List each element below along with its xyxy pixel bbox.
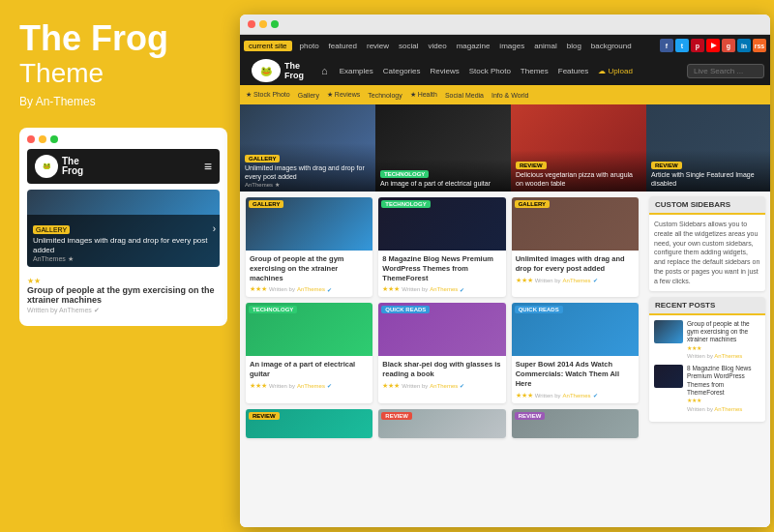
recent-author-2[interactable]: AnThemes — [714, 406, 742, 412]
article-author-4[interactable]: AnThemes — [297, 383, 325, 389]
top-nav-bar: current site photo featured review socia… — [240, 35, 770, 56]
topnav-photo[interactable]: photo — [298, 42, 321, 50]
recent-title-1: Group of people at the gym exercising on… — [687, 320, 760, 344]
nav-examples[interactable]: Examples — [340, 67, 373, 75]
topnav-animal[interactable]: animal — [532, 42, 559, 50]
site-logo[interactable]: 🐸 TheFrog — [246, 59, 310, 82]
social-pinterest-icon[interactable]: p — [691, 39, 704, 52]
article-badge-5: QUICK READS — [381, 306, 430, 313]
browser-dot-close[interactable] — [248, 20, 255, 28]
nav-categories[interactable]: Categories — [383, 67, 421, 75]
article-badge-3: GALLERY — [515, 200, 550, 208]
slide-3-caption: Delicious vegetarian pizza with arugula … — [516, 171, 641, 188]
article-body-1: Group of people at the gym exercising on… — [246, 251, 372, 297]
custom-sidebars-header: CUSTOM SIDEBARS — [649, 196, 765, 215]
slide-3-badge: REVIEW — [516, 162, 547, 169]
article-verified-4: ✔ — [327, 382, 332, 389]
hamburger-icon[interactable]: ≡ — [204, 159, 212, 174]
recent-thumb-1 — [654, 320, 683, 343]
social-rss-icon[interactable]: rss — [753, 39, 766, 52]
nav-upload[interactable]: ☁ Upload — [598, 67, 633, 75]
topnav-current-site[interactable]: current site — [244, 41, 292, 51]
article-author-1[interactable]: AnThemes — [297, 286, 325, 292]
article-author-2[interactable]: AnThemes — [430, 286, 458, 292]
slide-2-caption: An image of a part of electrical guitar — [380, 180, 506, 188]
nav-themes[interactable]: Themes — [521, 67, 549, 75]
secnav-health[interactable]: ★ Health — [410, 91, 437, 99]
slide-4: REVIEW Article with Single Featured Imag… — [646, 104, 770, 192]
social-icons: f t p ▶ g in rss — [660, 39, 766, 52]
article-badge-6: QUICK READS — [515, 306, 563, 313]
nav-features[interactable]: Features — [558, 67, 589, 75]
article-body-6: Super Bowl 2014 Ads Watch Commercials: W… — [512, 356, 639, 402]
topnav-review[interactable]: review — [365, 42, 391, 50]
article-body-3: Unlimited images with drag and drop for … — [512, 251, 639, 288]
secnav-technology[interactable]: Technology — [368, 92, 402, 99]
site-title: The Frog — [19, 19, 213, 58]
browser-dot-minimize[interactable] — [259, 20, 267, 28]
article-card-7: REVIEW — [246, 409, 372, 438]
article-author-6[interactable]: AnThemes — [563, 393, 591, 399]
topnav-images[interactable]: images — [497, 42, 526, 50]
mobile-badge: GALLERY — [33, 225, 70, 234]
nav-reviews[interactable]: Reviews — [430, 67, 459, 75]
topnav-magazine[interactable]: magazine — [455, 42, 492, 50]
recent-stars-1: ★★★ — [687, 344, 760, 352]
secnav-social-media[interactable]: Social Media — [445, 92, 484, 99]
topnav-social[interactable]: social — [397, 42, 420, 50]
article-verified-6: ✔ — [593, 392, 598, 399]
logo-text: TheFrog — [284, 61, 304, 80]
recent-author-1[interactable]: AnThemes — [714, 353, 742, 359]
social-gplus-icon[interactable]: g — [722, 39, 735, 52]
nav-stock-photo[interactable]: Stock Photo — [469, 67, 511, 75]
article-badge-8: REVIEW — [381, 412, 412, 420]
secnav-stock-photo[interactable]: ★ Stock Photo — [246, 91, 290, 99]
recent-thumb-2 — [654, 365, 683, 388]
mobile-bottom-meta: Written by AnThemes ✔ — [27, 307, 220, 314]
topnav-video[interactable]: video — [427, 42, 449, 50]
article-title-4: An image of a part of electrical guitar — [250, 360, 369, 379]
search-input[interactable] — [687, 64, 764, 78]
article-title-3: Unlimited images with drag and drop for … — [516, 254, 635, 274]
slide-1: GALLERY Unlimited images with drag and d… — [240, 104, 375, 192]
secnav-gallery[interactable]: Gallery — [298, 92, 319, 99]
social-facebook-icon[interactable]: f — [660, 39, 673, 52]
article-stars-5: ★★★ — [382, 382, 400, 390]
secnav-reviews[interactable]: ★ Reviews — [327, 91, 360, 99]
browser-dot-maximize[interactable] — [271, 20, 279, 28]
recent-post-1: Group of people at the gym exercising on… — [654, 320, 760, 361]
content-area: GALLERY Group of people at the gym exerc… — [240, 192, 770, 527]
article-author-5[interactable]: AnThemes — [430, 383, 458, 389]
sidebar: CUSTOM SIDEBARS Custom Sidebars allows y… — [644, 192, 770, 527]
browser-chrome — [240, 15, 770, 35]
slide-3-overlay: REVIEW Delicious vegetarian pizza with a… — [511, 150, 646, 192]
article-thumb-4: TECHNOLOGY — [246, 303, 372, 356]
topnav-background[interactable]: background — [589, 42, 634, 50]
secnav-info[interactable]: Info & World — [491, 92, 528, 99]
logo-icon: 🐸 — [252, 59, 281, 82]
recent-post-2: 8 Magazine Blog News Premium WordPress T… — [654, 365, 760, 414]
by-line: By An-Themes — [19, 95, 213, 108]
mobile-logo-area: 🐸 TheFrog — [35, 155, 83, 178]
article-verified-2: ✔ — [460, 286, 464, 293]
article-stars-1: ★★★ — [250, 285, 267, 293]
home-icon[interactable]: ⌂ — [317, 65, 332, 76]
article-title-6: Super Bowl 2014 Ads Watch Commercials: W… — [516, 360, 635, 388]
recent-stars-2: ★★★ — [687, 397, 760, 404]
slide-1-badge: GALLERY — [245, 155, 280, 163]
recent-posts-widget: RECENT POSTS Group of people at the gym … — [649, 297, 765, 423]
mobile-chevron-icon[interactable]: › — [213, 222, 216, 233]
topnav-blog[interactable]: blog — [565, 42, 583, 50]
slide-1-caption: Unlimited images with drag and drop for … — [245, 164, 371, 181]
mobile-image-overlay: GALLERY Unlimited images with drag and d… — [27, 215, 220, 266]
article-thumb-9: REVIEW — [512, 409, 639, 438]
topnav-featured[interactable]: featured — [327, 42, 359, 50]
social-twitter-icon[interactable]: t — [675, 39, 689, 52]
recent-title-2: 8 Magazine Blog News Premium WordPress T… — [687, 365, 760, 398]
mobile-article-meta: ★★ Group of people at the gym exercising… — [27, 273, 220, 318]
article-author-3[interactable]: AnThemes — [563, 278, 591, 283]
social-youtube-icon[interactable]: ▶ — [706, 39, 720, 52]
social-linkedin-icon[interactable]: in — [737, 39, 751, 52]
articles-row-3: REVIEW REVIEW REVIEW — [246, 409, 639, 438]
recent-posts-body: Group of people at the gym exercising on… — [649, 315, 765, 423]
